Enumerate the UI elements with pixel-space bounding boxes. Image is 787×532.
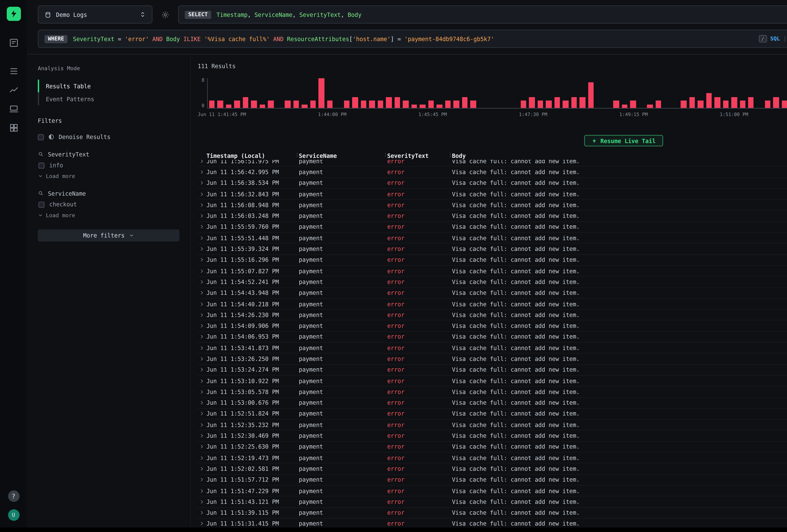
column-header-severitytext[interactable]: SeverityText bbox=[387, 152, 452, 159]
histogram-bar[interactable] bbox=[462, 97, 467, 108]
help-button[interactable]: ? bbox=[8, 490, 19, 502]
table-row[interactable]: Jun 11 1:52:25.630 PMpaymenterrorVisa ca… bbox=[198, 442, 787, 453]
histogram-bar[interactable] bbox=[327, 101, 333, 108]
option-checkbox[interactable] bbox=[38, 162, 45, 168]
table-row[interactable]: Jun 11 1:54:26.230 PMpaymenterrorVisa ca… bbox=[198, 310, 787, 321]
histogram-bar[interactable] bbox=[706, 93, 711, 108]
histogram-bar[interactable] bbox=[655, 101, 661, 108]
table-row[interactable]: Jun 11 1:53:05.578 PMpaymenterrorVisa ca… bbox=[198, 387, 787, 398]
query-language-toggle[interactable]: / SQL | Lucene bbox=[759, 35, 787, 42]
table-row[interactable]: Jun 11 1:51:43.121 PMpaymenterrorVisa ca… bbox=[198, 496, 787, 508]
histogram-bar[interactable] bbox=[369, 101, 375, 108]
table-row[interactable]: Jun 11 1:52:35.232 PMpaymenterrorVisa ca… bbox=[198, 420, 787, 431]
row-list-icon[interactable] bbox=[8, 65, 19, 76]
histogram-bar[interactable] bbox=[352, 97, 358, 108]
histogram-bar[interactable] bbox=[630, 101, 636, 108]
histogram-bar[interactable] bbox=[209, 101, 215, 108]
histogram-bar[interactable] bbox=[395, 97, 400, 108]
table-row[interactable]: Jun 11 1:56:42.995 PMpaymenterrorVisa ca… bbox=[198, 167, 787, 178]
chart-explorer-icon[interactable] bbox=[8, 84, 19, 95]
histogram-bar[interactable] bbox=[529, 97, 535, 108]
row-expander-icon[interactable] bbox=[198, 356, 207, 362]
load-more-button[interactable]: Load more bbox=[38, 210, 179, 221]
dashboards-icon[interactable] bbox=[8, 122, 19, 133]
table-row[interactable]: Jun 11 1:56:08.948 PMpaymenterrorVisa ca… bbox=[198, 200, 787, 211]
histogram-bar[interactable] bbox=[731, 97, 737, 108]
histogram-bar[interactable] bbox=[748, 97, 754, 108]
row-expander-icon[interactable] bbox=[198, 169, 207, 174]
table-row[interactable]: Jun 11 1:56:32.843 PMpaymenterrorVisa ca… bbox=[198, 189, 787, 200]
histogram-bar[interactable] bbox=[260, 104, 265, 108]
row-expander-icon[interactable] bbox=[198, 411, 207, 417]
facet-option-info[interactable]: info bbox=[38, 160, 179, 171]
histogram-bar[interactable] bbox=[723, 101, 728, 108]
option-checkbox[interactable] bbox=[38, 201, 45, 208]
row-expander-icon[interactable] bbox=[198, 160, 207, 164]
row-expander-icon[interactable] bbox=[198, 367, 207, 373]
histogram-bar[interactable] bbox=[613, 101, 619, 108]
row-expander-icon[interactable] bbox=[198, 235, 207, 241]
histogram-bar[interactable] bbox=[698, 101, 703, 108]
histogram-bar[interactable] bbox=[571, 97, 577, 108]
histogram-bar[interactable] bbox=[361, 101, 366, 108]
histogram-bar[interactable] bbox=[226, 104, 232, 108]
histogram-bar[interactable] bbox=[537, 101, 543, 108]
histogram-bar[interactable] bbox=[588, 82, 594, 108]
facet-title-row[interactable]: ServiceName bbox=[38, 188, 179, 199]
histogram-bar[interactable] bbox=[420, 104, 425, 108]
table-row[interactable]: Jun 11 1:53:26.250 PMpaymenterrorVisa ca… bbox=[198, 354, 787, 365]
sessions-icon[interactable] bbox=[8, 103, 19, 114]
row-expander-icon[interactable] bbox=[198, 488, 207, 493]
histogram-bar[interactable] bbox=[293, 101, 299, 108]
histogram-bar[interactable] bbox=[302, 104, 307, 108]
histogram-bar[interactable] bbox=[647, 104, 653, 108]
table-row[interactable]: Jun 11 1:53:00.676 PMpaymenterrorVisa ca… bbox=[198, 398, 787, 409]
histogram-bar[interactable] bbox=[546, 101, 552, 108]
resume-live-tail-button[interactable]: Resume Live Tail bbox=[584, 135, 663, 146]
row-expander-icon[interactable] bbox=[198, 345, 207, 350]
histogram-bar[interactable] bbox=[765, 101, 771, 108]
histogram-bar[interactable] bbox=[386, 97, 391, 108]
table-row[interactable]: Jun 11 1:55:39.324 PMpaymenterrorVisa ca… bbox=[198, 244, 787, 255]
histogram-bar[interactable] bbox=[310, 101, 316, 108]
row-expander-icon[interactable] bbox=[198, 290, 207, 296]
histogram-bar[interactable] bbox=[689, 97, 695, 108]
histogram-bar[interactable] bbox=[782, 101, 787, 108]
app-logo[interactable] bbox=[6, 7, 21, 21]
row-expander-icon[interactable] bbox=[198, 312, 207, 317]
select-query-input[interactable]: SELECT Timestamp, ServiceName, SeverityT… bbox=[178, 5, 787, 24]
row-expander-icon[interactable] bbox=[198, 191, 207, 197]
histogram-bar[interactable] bbox=[773, 97, 779, 108]
table-row[interactable]: Jun 11 1:52:19.473 PMpaymenterrorVisa ca… bbox=[198, 453, 787, 464]
search-logs-icon[interactable] bbox=[8, 37, 19, 48]
row-expander-icon[interactable] bbox=[198, 389, 207, 395]
row-expander-icon[interactable] bbox=[198, 224, 207, 230]
sidebar-item-event-patterns[interactable]: Event Patterns bbox=[38, 92, 179, 105]
table-row[interactable]: Jun 11 1:52:51.824 PMpaymenterrorVisa ca… bbox=[198, 409, 787, 420]
column-header-timestamp[interactable]: Timestamp (Local) bbox=[206, 152, 299, 159]
sidebar-item-results-table[interactable]: Results Table bbox=[38, 80, 179, 92]
table-row[interactable]: Jun 11 1:55:07.827 PMpaymenterrorVisa ca… bbox=[198, 266, 787, 277]
more-filters-button[interactable]: More filters bbox=[38, 229, 179, 241]
row-expander-icon[interactable] bbox=[198, 202, 207, 208]
table-row[interactable]: Jun 11 1:56:38.534 PMpaymenterrorVisa ca… bbox=[198, 178, 787, 189]
histogram-bar[interactable] bbox=[344, 101, 349, 108]
table-row[interactable]: Jun 11 1:53:41.873 PMpaymenterrorVisa ca… bbox=[198, 343, 787, 354]
row-expander-icon[interactable] bbox=[198, 521, 207, 526]
table-row[interactable]: Jun 11 1:55:59.760 PMpaymenterrorVisa ca… bbox=[198, 222, 787, 233]
column-header-body[interactable]: Body ⋮ bbox=[452, 152, 787, 159]
histogram-bar[interactable] bbox=[217, 101, 223, 108]
histogram-bar[interactable] bbox=[285, 101, 291, 108]
histogram-bar[interactable] bbox=[243, 97, 249, 108]
row-expander-icon[interactable] bbox=[198, 400, 207, 405]
row-expander-icon[interactable] bbox=[198, 180, 207, 186]
histogram-bar[interactable] bbox=[580, 97, 586, 108]
row-expander-icon[interactable] bbox=[198, 213, 207, 219]
row-expander-icon[interactable] bbox=[198, 433, 207, 439]
column-header-servicename[interactable]: ServiceName bbox=[299, 152, 387, 159]
row-expander-icon[interactable] bbox=[198, 301, 207, 306]
table-row[interactable]: Jun 11 1:54:09.906 PMpaymenterrorVisa ca… bbox=[198, 321, 787, 332]
row-expander-icon[interactable] bbox=[198, 444, 207, 449]
table-row[interactable]: Jun 11 1:55:16.296 PMpaymenterrorVisa ca… bbox=[198, 255, 787, 266]
table-row[interactable]: Jun 11 1:51:31.415 PMpaymenterrorVisa ca… bbox=[198, 518, 787, 528]
